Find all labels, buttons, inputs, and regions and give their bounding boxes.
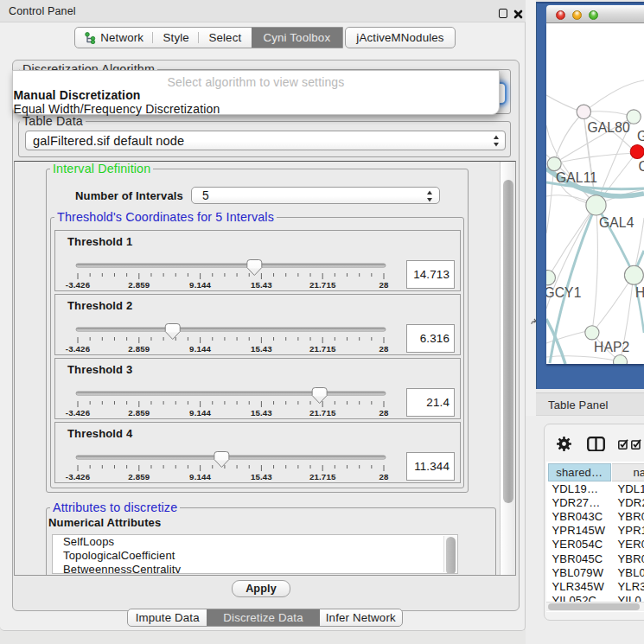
algorithm-option[interactable]: Manual Discretization xyxy=(13,89,499,103)
scrollbar-thumb[interactable] xyxy=(548,603,640,610)
threshold-value-field[interactable]: 11.344 xyxy=(406,452,455,481)
network-canvas[interactable]: GAL80GACGAL11GAL4GCY1HHAP2 xyxy=(546,23,644,364)
cell-shared-name: YPR145W xyxy=(552,524,606,537)
svg-text:2.859: 2.859 xyxy=(128,408,150,418)
svg-text:28: 28 xyxy=(379,408,389,418)
bottom-tab-discretize-data[interactable]: Discretize Data xyxy=(207,609,319,626)
combo-updown-arrows-icon xyxy=(426,190,433,202)
scrollbar-thumb[interactable] xyxy=(446,537,456,574)
table-row[interactable]: YDR27…YDR2 xyxy=(546,496,644,510)
svg-text:2.859: 2.859 xyxy=(128,472,150,481)
threshold-value-field[interactable]: 21.4 xyxy=(406,388,455,417)
table-horizontal-scrollbar[interactable] xyxy=(546,602,644,611)
interval-definition-group-title: Interval Definition xyxy=(50,162,153,175)
svg-text:GAL4: GAL4 xyxy=(599,215,634,230)
attributes-list-scrollbar[interactable] xyxy=(443,536,456,572)
attribute-list-item[interactable]: BetweennessCentrality xyxy=(53,563,457,574)
threshold-slider[interactable]: -3.4262.8599.14415.4321.71528 xyxy=(55,231,462,292)
numerical-attributes-list[interactable]: SelfLoopsTopologicalCoefficientBetweenne… xyxy=(52,534,458,574)
attribute-list-item[interactable]: TopologicalCoefficient xyxy=(53,549,457,563)
svg-text:2.859: 2.859 xyxy=(128,280,150,290)
float-window-icon[interactable] xyxy=(499,9,507,18)
checkbox-checked-icon[interactable] xyxy=(631,439,641,450)
threshold-value-field[interactable]: 6.316 xyxy=(406,324,455,353)
table-row[interactable]: YPR145WYPR1 xyxy=(546,524,644,538)
column-header-name[interactable]: name xyxy=(612,463,644,481)
attributes-group: Attributes to discretize Numerical Attri… xyxy=(46,507,496,576)
number-of-intervals-select[interactable]: 5 xyxy=(191,187,440,204)
cell-name: YLR3 xyxy=(618,580,644,593)
table-row[interactable]: YDL19…YDL1 xyxy=(546,482,644,496)
cell-name: YDL1 xyxy=(618,482,644,495)
interval-definition-group: Interval Definition Number of Intervals … xyxy=(46,169,469,493)
minimize-traffic-light[interactable] xyxy=(572,10,582,20)
bottom-tabbar: Impute DataDiscretize DataInfer Network xyxy=(127,609,403,627)
table-row[interactable]: YER054CYER0 xyxy=(546,538,644,552)
cell-shared-name: YDR27… xyxy=(552,496,601,509)
threshold-slider[interactable]: -3.4262.8599.14415.4321.71528 xyxy=(55,359,462,420)
cell-name: YPR1 xyxy=(618,524,644,537)
tab-style[interactable]: Style xyxy=(153,28,199,48)
svg-text:15.43: 15.43 xyxy=(251,344,272,354)
bottom-tab-infer-network[interactable]: Infer Network xyxy=(320,609,402,626)
svg-text:-3.426: -3.426 xyxy=(66,280,91,290)
table-row[interactable]: YBR043CYBR0 xyxy=(546,510,644,524)
number-of-intervals-value: 5 xyxy=(202,189,209,202)
threshold-value-field[interactable]: 14.713 xyxy=(406,260,455,289)
svg-text:GCY1: GCY1 xyxy=(546,285,581,300)
node-attribute-table: shared… name YDL19…YDL1YDR27…YDR2YBR043C… xyxy=(546,462,644,612)
close-traffic-light[interactable] xyxy=(556,10,565,20)
svg-text:28: 28 xyxy=(379,344,389,354)
table-row[interactable]: YLR345WYLR3 xyxy=(546,580,644,594)
bottom-tab-impute-data[interactable]: Impute Data xyxy=(128,609,207,626)
table-data-group-title: Table Data xyxy=(20,114,86,128)
zoom-traffic-light[interactable] xyxy=(589,10,598,20)
threshold-slider[interactable]: -3.4262.8599.14415.4321.71528 xyxy=(55,295,462,356)
table-panel-header: Table Panel xyxy=(536,392,644,416)
algorithm-dropdown-popup: Select algorithm to view settingsManual … xyxy=(12,70,500,115)
threshold-slider[interactable]: -3.4262.8599.14415.4321.71528 xyxy=(55,423,462,484)
tab-label: Select xyxy=(208,31,241,44)
settings-scroll-area: Interval Definition Number of Intervals … xyxy=(14,161,516,576)
cell-name: YBR0 xyxy=(618,510,644,523)
network-tree-icon xyxy=(85,32,96,44)
tab-select[interactable]: Select xyxy=(199,28,252,48)
table-data-select[interactable]: galFiltered.sif default node xyxy=(25,131,506,150)
table-row[interactable]: YBR045CYBR0 xyxy=(546,552,644,566)
threshold-panel: Threshold 2-3.4262.8599.14415.4321.71528… xyxy=(54,294,461,355)
svg-text:28: 28 xyxy=(379,280,389,290)
svg-text:21.715: 21.715 xyxy=(309,408,336,418)
control-panel-window: Control Panel NetworkStyleSelectCyni Too… xyxy=(0,0,526,631)
tab-label: Network xyxy=(100,31,143,44)
svg-text:21.715: 21.715 xyxy=(309,280,336,290)
cell-shared-name: YDL19… xyxy=(552,482,599,495)
scrollbar-thumb[interactable] xyxy=(503,180,513,503)
tab-label: Cyni Toolbox xyxy=(264,31,331,44)
gear-icon[interactable] xyxy=(557,437,571,451)
tab-jactivemnodules[interactable]: jActiveMNodules xyxy=(345,27,456,48)
algorithm-option[interactable]: Equal Width/Frequency Discretization xyxy=(13,102,499,116)
svg-text:GAL11: GAL11 xyxy=(556,170,597,185)
algorithm-option[interactable]: Select algorithm to view settings xyxy=(13,75,499,89)
table-panel-area: shared… name YDL19…YDL1YDR27…YDR2YBR043C… xyxy=(526,416,644,644)
cell-name: YBR0 xyxy=(618,552,644,565)
settings-vertical-scrollbar[interactable] xyxy=(500,162,515,575)
column-header-shared[interactable]: shared… xyxy=(548,463,612,481)
split-columns-icon[interactable] xyxy=(587,437,605,452)
attribute-list-item[interactable]: SelfLoops xyxy=(53,535,457,549)
svg-text:21.715: 21.715 xyxy=(309,344,336,354)
threshold-panel: Threshold 4-3.4262.8599.14415.4321.71528… xyxy=(54,422,461,483)
svg-text:9.144: 9.144 xyxy=(189,408,211,418)
tab-cyni-toolbox[interactable]: Cyni Toolbox xyxy=(252,28,342,48)
svg-text:28: 28 xyxy=(379,472,389,481)
table-row[interactable]: YBL079WYBL0 xyxy=(546,566,644,580)
svg-text:H: H xyxy=(635,285,644,300)
table-data-group: Table Data galFiltered.sif default node xyxy=(18,121,511,157)
tab-network[interactable]: Network xyxy=(75,28,153,48)
checkbox-checked-icon[interactable] xyxy=(618,439,628,450)
attributes-group-title: Attributes to discretize xyxy=(50,501,180,514)
apply-button[interactable]: Apply xyxy=(232,580,290,597)
svg-text:9.144: 9.144 xyxy=(189,472,211,481)
svg-text:-3.426: -3.426 xyxy=(66,408,91,418)
close-icon[interactable] xyxy=(513,10,523,19)
